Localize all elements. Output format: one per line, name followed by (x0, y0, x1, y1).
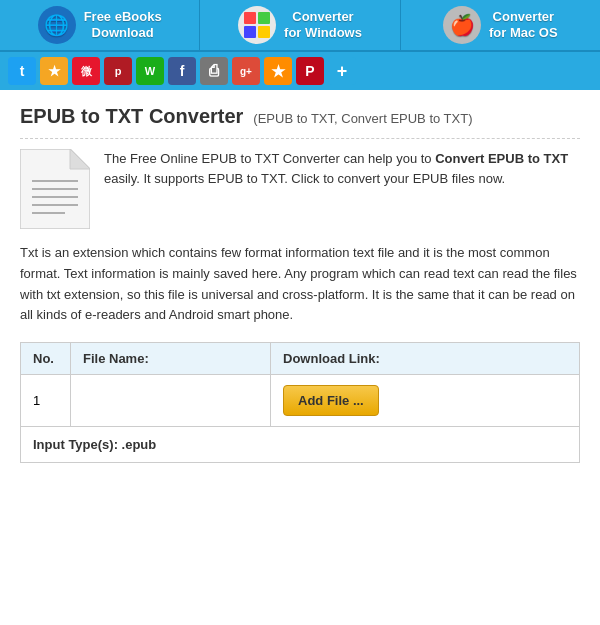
desc1c: easily. It supports EPUB to TXT. Click t… (104, 171, 505, 186)
pinterest-icon[interactable]: P (296, 57, 324, 85)
row-download: Add File ... (271, 375, 580, 427)
col-header-no: No. (21, 343, 71, 375)
wechat-icon[interactable]: W (136, 57, 164, 85)
top-nav: 🌐 Free eBooksDownload Converterfor Windo… (0, 0, 600, 52)
svg-marker-1 (70, 149, 90, 169)
twitter-icon[interactable]: t (8, 57, 36, 85)
description-text: The Free Online EPUB to TXT Converter ca… (104, 149, 580, 229)
windows-label: Converterfor Windows (284, 9, 362, 40)
desc1a: The Free Online EPUB to TXT Converter ca… (104, 151, 435, 166)
row-no: 1 (21, 375, 71, 427)
page-subtitle: (EPUB to TXT, Convert EPUB to TXT) (253, 111, 472, 126)
input-type-label: Input Type(s): .epub (21, 427, 580, 463)
col-header-filename: File Name: (71, 343, 271, 375)
footer-row: Input Type(s): .epub (21, 427, 580, 463)
nav-btn-macos[interactable]: 🍎 Converterfor Mac OS (401, 0, 600, 50)
windows-icon-circle (238, 6, 276, 44)
star-icon[interactable]: ★ (264, 57, 292, 85)
share-plus-icon[interactable]: + (328, 57, 356, 85)
bookmark-star-icon[interactable]: ★ (40, 57, 68, 85)
print-icon[interactable]: ⎙ (200, 57, 228, 85)
gplus-icon[interactable]: g+ (232, 57, 260, 85)
page-title: EPUB to TXT Converter (20, 105, 243, 128)
row-filename (71, 375, 271, 427)
social-bar: t ★ 微 p W f ⎙ g+ ★ P + (0, 52, 600, 90)
add-file-button[interactable]: Add File ... (283, 385, 379, 416)
ebooks-icon: 🌐 (38, 6, 76, 44)
desc1b: Convert EPUB to TXT (435, 151, 568, 166)
page-title-section: EPUB to TXT Converter (EPUB to TXT, Conv… (20, 105, 580, 128)
col-header-download: Download Link: (271, 343, 580, 375)
ebooks-label: Free eBooksDownload (84, 9, 162, 40)
macos-label: Converterfor Mac OS (489, 9, 558, 40)
title-divider (20, 138, 580, 139)
nav-btn-windows[interactable]: Converterfor Windows (200, 0, 400, 50)
full-description: Txt is an extension which contains few f… (20, 243, 580, 326)
description-section: The Free Online EPUB to TXT Converter ca… (20, 149, 580, 229)
table-row: 1 Add File ... (21, 375, 580, 427)
nav-btn-ebooks[interactable]: 🌐 Free eBooksDownload (0, 0, 200, 50)
search-icon[interactable]: p (104, 57, 132, 85)
windows-logo-icon (244, 12, 270, 38)
weibo-icon[interactable]: 微 (72, 57, 100, 85)
converter-table: No. File Name: Download Link: 1 Add File… (20, 342, 580, 463)
file-icon (20, 149, 90, 229)
facebook-icon[interactable]: f (168, 57, 196, 85)
main-content: EPUB to TXT Converter (EPUB to TXT, Conv… (0, 90, 600, 478)
macos-icon: 🍎 (443, 6, 481, 44)
